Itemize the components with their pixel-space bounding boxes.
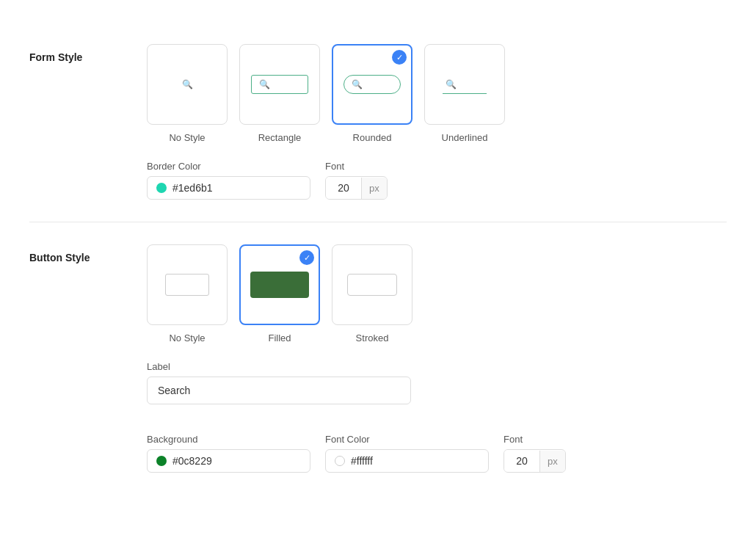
border-color-label: Border Color xyxy=(147,161,310,172)
button-style-title: Button Style xyxy=(29,244,117,263)
button-style-stroked-label: Stroked xyxy=(356,332,389,343)
rounded-preview: 🔍 xyxy=(344,75,401,94)
background-value[interactable] xyxy=(172,455,301,467)
button-style-no-style-label: No Style xyxy=(169,332,205,343)
border-color-swatch[interactable] xyxy=(156,183,167,193)
button-stroked-preview xyxy=(347,274,397,296)
search-icon: 🔍 xyxy=(259,79,270,90)
button-style-no-style-option[interactable]: No Style xyxy=(147,244,228,343)
button-font-size-input[interactable]: px xyxy=(504,449,566,473)
font-size-value[interactable] xyxy=(326,177,361,199)
button-style-stroked-card[interactable] xyxy=(332,244,412,325)
form-style-title: Form Style xyxy=(29,44,117,63)
font-color-swatch[interactable] xyxy=(335,456,345,466)
form-style-underlined-option[interactable]: 🔍 Underlined xyxy=(424,44,505,143)
button-font-size-value[interactable] xyxy=(504,450,539,472)
form-style-rectangle-label: Rectangle xyxy=(258,132,302,143)
font-color-group: Font Color xyxy=(325,434,489,473)
selected-check-badge: ✓ xyxy=(299,250,314,265)
background-color-group: Background xyxy=(147,434,310,473)
border-color-value[interactable] xyxy=(172,182,301,194)
search-icon: 🔍 xyxy=(352,79,363,90)
search-icon: 🔍 xyxy=(182,79,193,90)
background-input[interactable] xyxy=(147,449,310,473)
button-font-size-unit: px xyxy=(539,451,565,472)
form-style-underlined-card[interactable]: 🔍 xyxy=(424,44,505,125)
form-style-no-style-card[interactable]: 🔍 xyxy=(147,44,228,125)
form-style-rectangle-card[interactable]: 🔍 xyxy=(239,44,320,125)
form-style-underlined-label: Underlined xyxy=(442,132,488,143)
font-size-unit: px xyxy=(361,178,387,199)
border-color-group: Border Color xyxy=(147,161,310,200)
background-label: Background xyxy=(147,434,310,445)
form-style-rounded-option[interactable]: ✓ 🔍 Rounded xyxy=(332,44,412,143)
button-filled-preview xyxy=(250,272,309,298)
form-style-no-style-option[interactable]: 🔍 No Style xyxy=(147,44,228,143)
button-style-stroked-option[interactable]: Stroked xyxy=(332,244,412,343)
font-size-label: Font xyxy=(325,161,388,172)
button-style-filled-option[interactable]: ✓ Filled xyxy=(239,244,320,343)
button-font-size-label: Font xyxy=(504,434,566,445)
font-size-input[interactable]: px xyxy=(325,176,388,200)
form-style-rounded-label: Rounded xyxy=(353,132,392,143)
font-color-input[interactable] xyxy=(325,449,489,473)
rectangle-preview: 🔍 xyxy=(251,75,308,94)
form-style-rectangle-option[interactable]: 🔍 Rectangle xyxy=(239,44,320,143)
background-color-swatch[interactable] xyxy=(156,456,167,466)
button-no-style-preview xyxy=(165,274,209,296)
button-style-filled-card[interactable]: ✓ xyxy=(239,244,320,325)
button-font-size-group: Font px xyxy=(504,434,566,473)
no-style-preview: 🔍 xyxy=(182,79,193,90)
underlined-preview: 🔍 xyxy=(443,76,487,94)
form-style-rounded-card[interactable]: ✓ 🔍 xyxy=(332,44,412,125)
label-field-label: Label xyxy=(147,361,727,372)
border-color-input[interactable] xyxy=(147,176,310,200)
font-size-group: Font px xyxy=(325,161,388,200)
label-field-group: Label xyxy=(147,361,727,419)
form-style-no-style-label: No Style xyxy=(169,132,205,143)
search-icon: 🔍 xyxy=(446,79,457,90)
selected-check-badge: ✓ xyxy=(392,50,407,65)
label-input[interactable] xyxy=(147,377,411,404)
font-color-label: Font Color xyxy=(325,434,489,445)
button-style-filled-label: Filled xyxy=(268,332,291,343)
button-style-no-style-card[interactable] xyxy=(147,244,228,325)
font-color-value[interactable] xyxy=(351,455,479,467)
